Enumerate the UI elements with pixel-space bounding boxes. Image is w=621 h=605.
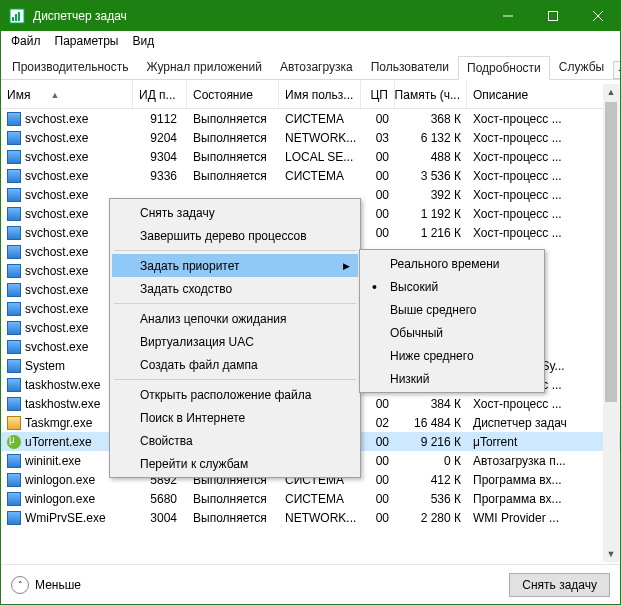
ctx-uac[interactable]: Виртуализация UAC [112,330,358,353]
menu-view[interactable]: Вид [126,32,160,50]
scroll-thumb[interactable] [605,102,617,402]
process-icon [7,169,21,183]
tab-users[interactable]: Пользователи [362,55,458,79]
process-icon [7,264,21,278]
ctx-analyze-wait[interactable]: Анализ цепочки ожидания [112,307,358,330]
column-headers: Имя▲ ИД п... Состояние Имя польз... ЦП П… [1,81,620,109]
col-cpu[interactable]: ЦП [361,81,395,108]
cell-state: Выполняется [187,489,279,508]
col-state[interactable]: Состояние [187,81,279,108]
menubar: Файл Параметры Вид [1,31,620,51]
tab-services[interactable]: Службы [550,55,613,79]
cell-user: NETWORK... [279,508,361,527]
cell-mem: 1 216 К [395,223,467,242]
cell-cpu: 00 [361,432,395,451]
table-row[interactable]: svchost.exe9336ВыполняетсяСИСТЕМА003 536… [1,166,620,185]
cell-desc: Хост-процесс ... [467,109,620,128]
process-name: wininit.exe [25,454,81,468]
table-row[interactable]: WmiPrvSE.exe3004ВыполняетсяNETWORK...002… [1,508,620,527]
tab-scroll-left[interactable]: ◄ [613,61,621,79]
process-name: svchost.exe [25,340,88,354]
process-icon [7,473,21,487]
col-name[interactable]: Имя▲ [1,81,133,108]
scroll-up-icon[interactable]: ▲ [603,84,619,100]
tab-app-history[interactable]: Журнал приложений [137,55,270,79]
priority-below-normal[interactable]: Ниже среднего [362,344,542,367]
svg-rect-3 [18,12,20,21]
cell-cpu: 00 [361,470,395,489]
cell-cpu: 00 [361,204,395,223]
cell-mem: 16 484 К [395,413,467,432]
priority-above-normal[interactable]: Выше среднего [362,298,542,321]
cell-state: Выполняется [187,128,279,147]
process-name: winlogon.exe [25,492,95,506]
process-icon [7,245,21,259]
process-name: WmiPrvSE.exe [25,511,106,525]
process-icon [7,283,21,297]
table-row[interactable]: svchost.exe9304ВыполняетсяLOCAL SE...004… [1,147,620,166]
cell-pid: 3004 [133,508,187,527]
tab-details[interactable]: Подробности [458,56,550,80]
priority-normal[interactable]: Обычный [362,321,542,344]
close-button[interactable] [575,1,620,31]
cell-cpu: 00 [361,223,395,242]
col-user[interactable]: Имя польз... [279,81,361,108]
menu-file[interactable]: Файл [5,32,47,50]
tab-startup[interactable]: Автозагрузка [271,55,362,79]
cell-cpu: 03 [361,128,395,147]
priority-high[interactable]: •Высокий [362,275,542,298]
cell-user: NETWORK... [279,128,361,147]
vertical-scrollbar[interactable]: ▲ ▼ [603,84,619,562]
table-row[interactable]: svchost.exe9204ВыполняетсяNETWORK...036 … [1,128,620,147]
ctx-end-task[interactable]: Снять задачу [112,201,358,224]
process-name: svchost.exe [25,302,88,316]
cell-desc: Программа вх... [467,489,620,508]
col-desc[interactable]: Описание [467,81,620,108]
ctx-set-priority[interactable]: Задать приоритет▶ [112,254,358,277]
cell-user: СИСТЕМА [279,489,361,508]
ctx-dump[interactable]: Создать файл дампа [112,353,358,376]
process-icon [7,511,21,525]
titlebar: Диспетчер задач [1,1,620,31]
cell-mem: 384 К [395,394,467,413]
maximize-button[interactable] [530,1,575,31]
ctx-search-online[interactable]: Поиск в Интернете [112,406,358,429]
process-icon [7,454,21,468]
process-name: Taskmgr.exe [25,416,92,430]
process-name: svchost.exe [25,150,88,164]
process-name: uTorrent.exe [25,435,92,449]
col-pid[interactable]: ИД п... [133,81,187,108]
ctx-properties[interactable]: Свойства [112,429,358,452]
cell-pid: 9336 [133,166,187,185]
ctx-open-location[interactable]: Открыть расположение файла [112,383,358,406]
ctx-goto-services[interactable]: Перейти к службам [112,452,358,475]
cell-desc: Автозагрузка п... [467,451,620,470]
cell-cpu: 00 [361,109,395,128]
cell-mem: 536 К [395,489,467,508]
process-name: taskhostw.exe [25,378,100,392]
menu-options[interactable]: Параметры [49,32,125,50]
ctx-set-affinity[interactable]: Задать сходство [112,277,358,300]
tab-performance[interactable]: Производительность [3,55,137,79]
fewer-label: Меньше [35,578,81,592]
cell-desc: Хост-процесс ... [467,166,620,185]
cell-cpu: 00 [361,451,395,470]
svg-rect-2 [15,14,17,21]
table-row[interactable]: svchost.exe9112ВыполняетсяСИСТЕМА00368 К… [1,109,620,128]
scroll-down-icon[interactable]: ▼ [603,546,619,562]
priority-realtime[interactable]: Реального времени [362,252,542,275]
ctx-end-tree[interactable]: Завершить дерево процессов [112,224,358,247]
cell-user: СИСТЕМА [279,109,361,128]
cell-pid: 5680 [133,489,187,508]
minimize-button[interactable] [485,1,530,31]
end-task-button[interactable]: Снять задачу [509,573,610,597]
priority-low[interactable]: Низкий [362,367,542,390]
ctx-separator [114,303,356,304]
table-row[interactable]: winlogon.exe5680ВыполняетсяСИСТЕМА00536 … [1,489,620,508]
cell-cpu: 00 [361,147,395,166]
col-mem[interactable]: Память (ч... [395,81,467,108]
fewer-details-button[interactable]: ˄ Меньше [11,576,81,594]
cell-cpu: 00 [361,489,395,508]
ctx-separator [114,250,356,251]
process-name: System [25,359,65,373]
